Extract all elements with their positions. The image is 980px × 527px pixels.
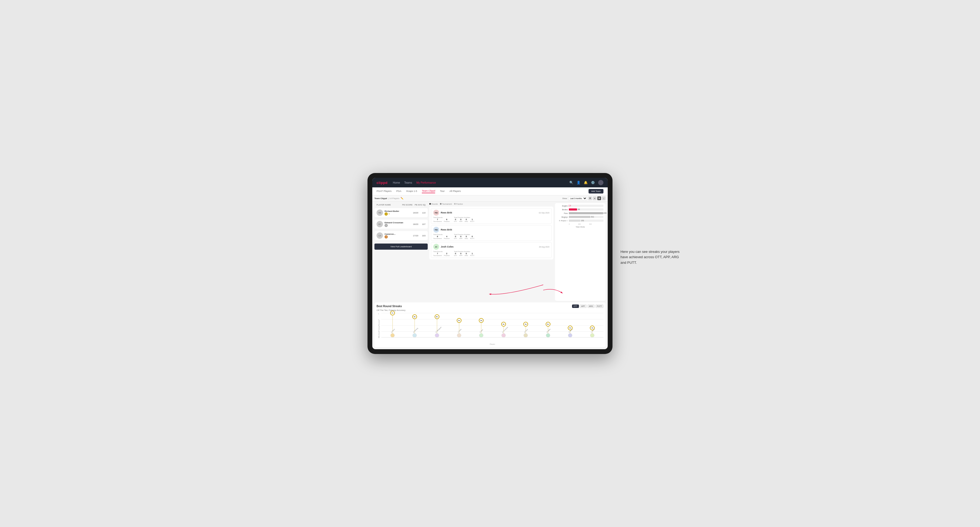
bar-value-d-bogeys: 131 bbox=[581, 220, 584, 221]
filter-arg[interactable]: ARG bbox=[587, 305, 595, 308]
bar-track-eagles: 3 bbox=[569, 205, 603, 207]
streaks-columns: 7xE. Ebert6xB. McHarg6xD. Billingham5xJ.… bbox=[381, 313, 603, 338]
player-row-2[interactable]: EC Edward Crossman 2 18/20 107 bbox=[374, 220, 428, 229]
streak-col-5: 4xE. Crossman bbox=[492, 313, 514, 338]
bar-track-pars: 499 bbox=[569, 212, 603, 214]
streak-col-9: 3xC. Quick bbox=[581, 313, 603, 338]
lower-content: Best Round Streaks OTT APP ARG PUTT Off … bbox=[372, 302, 608, 349]
team-name: Team Clippd bbox=[374, 197, 387, 200]
bar-track-bogeys: 311 bbox=[569, 216, 603, 218]
sub-navigation: PGAT Players PGA Hcaps 1-5 Team Clippd T… bbox=[372, 187, 608, 195]
streak-player-name-3: J. Coles bbox=[457, 329, 462, 333]
player-avatar-3: CA bbox=[377, 232, 383, 239]
player-row-3[interactable]: CA Cameron... 3 17/20 103 bbox=[374, 231, 428, 240]
user-icon[interactable]: 👤 bbox=[577, 181, 581, 184]
player-cards-panel: Rounds Tournament Practice bbox=[429, 203, 554, 301]
nav-my-performance[interactable]: My Performance bbox=[416, 181, 436, 184]
subnav-pga[interactable]: PGA bbox=[396, 190, 401, 193]
bar-track-d-bogeys: 131 bbox=[569, 220, 603, 222]
chart-title: Total Shots bbox=[557, 226, 603, 228]
subnav-team-clippd[interactable]: Team Clippd bbox=[422, 189, 435, 193]
bar-eagles: Eagles 3 bbox=[557, 205, 603, 207]
bar-value-eagles: 3 bbox=[570, 205, 571, 206]
card-stats-3: Total Rounds 7 Tournament 2 Pr bbox=[433, 251, 549, 256]
streak-player-name-6: D. Ford bbox=[524, 329, 528, 333]
streak-bubble-9: 3x bbox=[590, 325, 595, 330]
streaks-subtitle: Off The Tee, Fairway Accuracy bbox=[377, 309, 603, 311]
grid-view-icon[interactable]: ⊞ bbox=[588, 197, 592, 200]
streak-col-7: 4xM. Miller bbox=[537, 313, 559, 338]
upper-content: PLAYER NAME PB SCORE PB AVG SQ RB Richar… bbox=[372, 202, 608, 302]
period-select[interactable]: Last 3 months bbox=[568, 197, 587, 200]
player-row-1[interactable]: RB Richard Butler 1 ♥ 19/20 110 bbox=[374, 208, 428, 217]
subnav-tour[interactable]: Tour bbox=[440, 190, 445, 193]
streak-bubble-6: 4x bbox=[523, 322, 528, 327]
streak-player-name-2: D. Billingham bbox=[435, 326, 442, 333]
shots-bar-chart: Eagles 3 Birdies 96 bbox=[557, 205, 603, 228]
player-card-2[interactable]: RB Rees Britt Total Rounds 8 bbox=[431, 225, 552, 241]
streak-bubble-8: 3x bbox=[568, 325, 573, 330]
player-card-1[interactable]: RB Rees Britt 02 Sep 2023 Total Rounds 7 bbox=[431, 208, 552, 224]
view-icons: ⊞ ≡ ▦ ↕ bbox=[588, 197, 606, 200]
streak-avatar-3 bbox=[457, 333, 461, 338]
player-name-3: Cameron... bbox=[385, 233, 412, 235]
card-avatar-1: RB bbox=[433, 210, 439, 216]
nav-teams[interactable]: Teams bbox=[404, 181, 412, 184]
filter-putt[interactable]: PUTT bbox=[595, 305, 603, 308]
search-icon[interactable]: 🔍 bbox=[570, 181, 573, 184]
streak-avatar-2 bbox=[435, 333, 439, 338]
streak-col-3: 5xJ. Coles bbox=[448, 313, 470, 338]
table-headers: PLAYER NAME PB SCORE PB AVG SQ bbox=[374, 203, 428, 206]
legend-tournament: Tournament bbox=[440, 203, 452, 205]
streak-bubble-4: 5x bbox=[479, 318, 484, 323]
avatar[interactable] bbox=[598, 180, 603, 185]
bar-birdies: Birdies 96 bbox=[557, 208, 603, 211]
app-logo: clippd bbox=[377, 181, 387, 185]
streak-bubble-7: 4x bbox=[546, 322, 550, 327]
settings-icon[interactable]: ⚙️ bbox=[591, 181, 595, 184]
player-card-3[interactable]: JC Josh Coles 26 Aug 2023 Total Rounds 7 bbox=[431, 242, 552, 258]
subnav-pgat[interactable]: PGAT Players bbox=[377, 190, 391, 193]
view-leaderboard-button[interactable]: View Full Leaderboard bbox=[374, 243, 428, 250]
card-name-1: Rees Britt bbox=[441, 211, 537, 214]
nav-links: Home Teams My Performance bbox=[393, 181, 436, 184]
leaderboard-panel: PLAYER NAME PB SCORE PB AVG SQ RB Richar… bbox=[374, 203, 428, 301]
card-name-2: Rees Britt bbox=[441, 229, 548, 231]
streaks-chart-area: Best Streak, Fairway Accuracy bbox=[377, 313, 603, 345]
player-cards-container: RB Rees Britt 02 Sep 2023 Total Rounds 7 bbox=[429, 206, 554, 259]
filter-app[interactable]: APP bbox=[580, 305, 587, 308]
filter-ott[interactable]: OTT bbox=[572, 305, 579, 308]
bar-value-pars: 499 bbox=[603, 212, 607, 214]
streaks-title: Best Round Streaks bbox=[377, 305, 402, 308]
annotation-box: Here you can see streaks your players ha… bbox=[620, 249, 684, 266]
col-pb-score: PB SCORE bbox=[402, 204, 412, 206]
bar-d-bogeys: D. Bogeys + 131 bbox=[557, 220, 603, 222]
bar-chart-panel: Eagles 3 Birdies 96 bbox=[555, 203, 606, 301]
show-label: Show bbox=[562, 197, 567, 199]
nav-home[interactable]: Home bbox=[393, 181, 400, 184]
bar-value-bogeys: 311 bbox=[591, 216, 594, 218]
bar-fill-eagles bbox=[569, 205, 569, 207]
streak-avatar-8 bbox=[568, 333, 572, 338]
table-view-icon[interactable]: ↕ bbox=[602, 197, 606, 200]
bar-label-eagles: Eagles bbox=[557, 205, 568, 207]
card-view-icon[interactable]: ▦ bbox=[597, 197, 601, 200]
subnav-all-players[interactable]: All Players bbox=[450, 190, 461, 193]
chart-x-axis: 0 200 400 bbox=[557, 223, 603, 225]
player-info-2: Edward Crossman 2 bbox=[385, 221, 412, 227]
bell-icon[interactable]: 🔔 bbox=[584, 181, 588, 184]
player-name-2: Edward Crossman bbox=[385, 221, 412, 224]
add-team-button[interactable]: Add Team bbox=[589, 189, 603, 194]
list-view-icon[interactable]: ≡ bbox=[593, 197, 597, 200]
streak-avatar-5 bbox=[501, 333, 506, 338]
edit-icon[interactable]: ✏️ bbox=[401, 197, 403, 200]
bar-fill-pars bbox=[569, 212, 603, 214]
streak-avatar-7 bbox=[546, 333, 550, 338]
bar-fill-d-bogeys bbox=[569, 220, 580, 222]
streak-col-0: 7xE. Ebert bbox=[381, 313, 403, 338]
streak-avatar-0 bbox=[390, 333, 395, 338]
streak-player-name-0: E. Ebert bbox=[391, 329, 395, 333]
bar-pars: Pars 499 bbox=[557, 212, 603, 214]
x-axis-label: Players bbox=[490, 343, 495, 345]
subnav-hcaps[interactable]: Hcaps 1-5 bbox=[406, 190, 417, 193]
